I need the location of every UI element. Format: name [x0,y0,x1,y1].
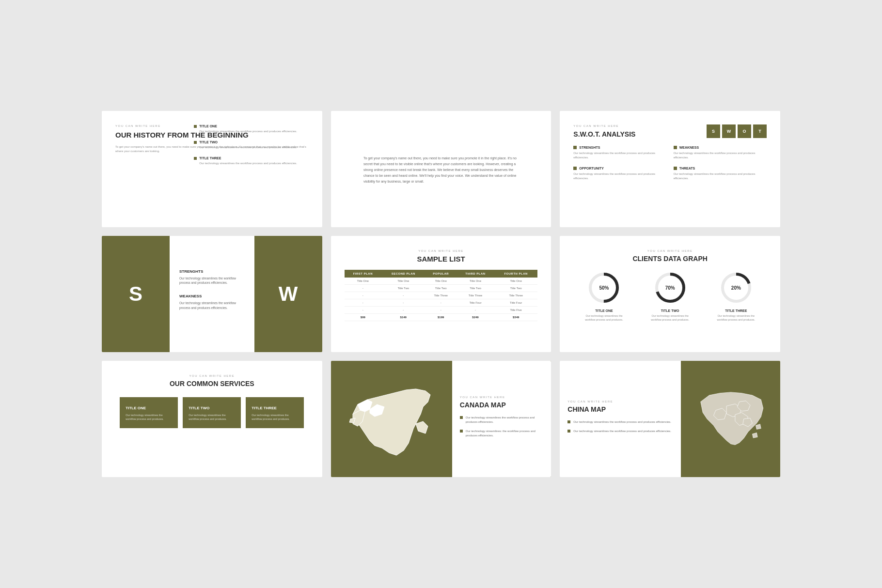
slide-history: YOU CAN WRITE HERE OUR HISTORY FROM THE … [102,111,322,227]
swot-big-s-box: S [102,236,170,352]
swot-big-w-desc: Our technology streamlines the workflow … [179,301,245,310]
slide-services: YOU CAN WRITE HERE OUR COMMON SERVICES T… [102,361,322,477]
swot-strenghts-text: Our technology streamlines the workflow … [573,151,666,160]
slide-swot-big: S STRENGHTS Our technology streamlines t… [102,236,322,352]
chart1-percent: 50% [599,285,609,291]
sample-list-table: FIRST PLAN SECOND PLAN POPULAR THIRD PLA… [345,270,538,321]
swot-big-w-box: W [254,236,322,352]
slide2-body: To get your company's name out there, yo… [363,155,519,184]
slide6-title: CLIENTS DATA GRAPH [573,255,767,263]
slide1-item-3: TITLE THREE Our technology streamlines t… [194,156,308,166]
slide9-label: YOU CAN WRITE HERE [567,400,673,403]
chart3-title: TITLE THREE [725,309,747,312]
chart-item-1: 50% TITLE ONE Our technology streamlines… [582,270,626,322]
slide-canada-map: YOU CAN WRITE HERE CANADA MAP Our techno… [331,361,551,477]
canada-svg [343,375,440,463]
donut-3: 20% [719,270,754,305]
slide7-title: OUR COMMON SERVICES [115,380,309,387]
slide1-item2-text: Our technology streamlines the workflow … [194,145,308,150]
swot-strenghts: STRENGHTS Our technology streamlines the… [573,146,666,160]
donut-2: 70% [653,270,688,305]
chart-item-3: 20% TITLE THREE Our technology streamlin… [714,270,758,322]
swot-opportunity-text: Our technology streamlines the workflow … [573,172,666,181]
chart2-title: TITLE TWO [661,309,679,312]
service2-desc: Our technology streamlines the workflow … [189,413,235,421]
table-row: Title One Title One Title One Title One … [345,278,538,285]
table-header-1: SECOND PLAN [381,270,425,278]
table-header-2: POPULAR [425,270,457,278]
slide9-item-1: Our technology streamlines the workflow … [567,420,673,424]
slide8-item-2: Our technology streamlines: the workflow… [460,429,544,438]
slide6-charts: 50% TITLE ONE Our technology streamlines… [573,270,767,322]
slide8-item-1: Our technology streamlines the workflow … [460,416,544,424]
slide1-item1-title: TITLE ONE [194,124,308,128]
chart3-percent: 20% [731,285,741,291]
table-row: - Title Two Title Two Title Two Title Tw… [345,285,538,292]
swot-threats-text: Our technology streamlines the workflow … [674,172,767,181]
table-header-4: FOURTH PLAN [494,270,537,278]
slide8-label: YOU CAN WRITE HERE [460,396,544,399]
slide1-right: TITLE ONE Our technology streamlines the… [194,124,308,172]
donut-1: 50% [586,270,621,305]
swot-big-content: STRENGHTS Our technology streamlines the… [170,256,254,333]
table-header-0: FIRST PLAN [345,270,381,278]
slide1-item-1: TITLE ONE Our technology streamlines the… [194,124,308,134]
swot-threats: THREATS Our technology streamlines the w… [674,167,767,181]
slide3-letters: S W O T [707,124,767,138]
chart-item-2: 70% TITLE TWO Our technology streamlines… [648,270,692,322]
slide-text-block: To get your company's name out there, yo… [331,111,551,227]
china-map-visual [681,361,780,477]
slide1-item3-title: TITLE THREE [194,156,308,160]
swot-w: W [722,124,736,138]
service3-title: TITLE THREE [252,406,298,410]
table-row-price: $99 $149 $199 $249 $349 [345,314,538,321]
swot-threats-title: THREATS [674,167,767,170]
swot-opportunity: OPPORTUNITY Our technology streamlines t… [573,167,666,181]
swot-opportunity-title: OPPORTUNITY [573,167,666,170]
slide1-item2-title: TITLE TWO [194,140,308,144]
swot-o: O [738,124,751,138]
swot-weakness-text: Our technology streamlines the workflow … [674,151,767,160]
slide5-title: SAMPLE LIST [345,255,538,263]
service2-title: TITLE TWO [189,406,235,410]
slide1-item3-text: Our technology streamlines the workflow … [194,161,308,166]
swot-big-s-letter: S [129,282,142,306]
swot-big-w-label: WEAKNESS [179,294,245,298]
chart3-desc: Our technology streamlines the workflow … [714,314,758,322]
swot-t: T [753,124,767,138]
slide-sample-list: YOU CAN WRITE HERE SAMPLE LIST FIRST PLA… [331,236,551,352]
slide-swot: YOU CAN WRITE HERE S.W.O.T. ANALYSIS S W… [560,111,780,227]
slides-grid: YOU CAN WRITE HERE OUR HISTORY FROM THE … [102,111,780,477]
service-2: TITLE TWO Our technology streamlines the… [183,397,241,428]
slide8-title: CANADA MAP [460,401,544,409]
swot-s: S [707,124,720,138]
slide6-label: YOU CAN WRITE HERE [573,249,767,252]
slide-china-map: YOU CAN WRITE HERE CHINA MAP Our technol… [560,361,780,477]
chart1-title: TITLE ONE [595,309,613,312]
service-1: TITLE ONE Our technology streamlines the… [120,397,178,428]
slide8-item1-text: Our technology streamlines the workflow … [466,416,544,424]
table-row: - - - - Title Five [345,307,538,314]
table-row: - - - Title Four Title Four [345,299,538,307]
slide9-item2-text: Our technology streamlines the workflow … [573,429,671,433]
slide7-label: YOU CAN WRITE HERE [115,374,309,377]
slide-clients-graph: YOU CAN WRITE HERE CLIENTS DATA GRAPH 50… [560,236,780,352]
slide1-item1-text: Our technology streamlines the workflow … [194,129,308,134]
slide7-services: TITLE ONE Our technology streamlines the… [115,397,309,428]
canada-map-right: YOU CAN WRITE HERE CANADA MAP Our techno… [452,361,551,477]
service1-title: TITLE ONE [126,406,172,410]
table-row: - - Title Three Title Three Title Three [345,292,538,299]
slide8-item2-text: Our technology streamlines: the workflow… [466,429,544,438]
swot-strenghts-title: STRENGHTS [573,146,666,149]
china-left: YOU CAN WRITE HERE CHINA MAP Our technol… [560,361,681,477]
chart2-percent: 70% [665,285,675,291]
swot-big-s-desc: Our technology streamlines the workflow … [179,276,245,286]
service3-desc: Our technology streamlines the workflow … [252,413,298,421]
swot-big-s-label: STRENGHTS [179,269,245,274]
canada-map-visual [331,361,452,477]
chart1-desc: Our technology streamlines the workflow … [582,314,626,322]
swot-big-w-letter: W [279,282,298,306]
swot-weakness-title: WEAKNESS [674,146,767,149]
slide9-item1-text: Our technology streamlines the workflow … [573,420,671,424]
swot-weakness: WEAKNESS Our technology streamlines the … [674,146,767,160]
